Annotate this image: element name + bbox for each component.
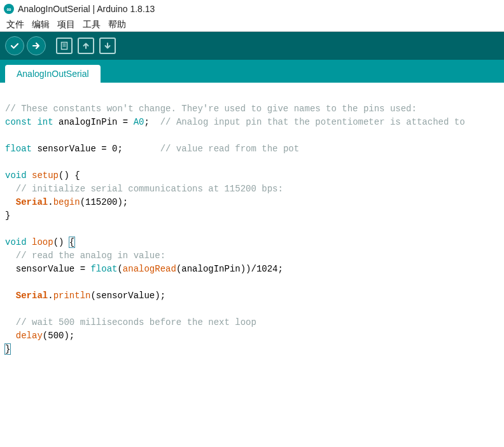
code-line	[5, 156, 499, 169]
code-line: // initialize serial communications at 1…	[5, 182, 499, 196]
tool-bar	[0, 32, 504, 60]
svg-rect-0	[62, 43, 67, 50]
menu-edit[interactable]: 编辑	[28, 19, 53, 31]
arrow-up-icon	[81, 41, 90, 50]
arrow-down-icon	[103, 41, 112, 50]
code-line: }	[5, 209, 499, 223]
menu-help[interactable]: 帮助	[104, 19, 130, 31]
upload-button[interactable]	[27, 36, 46, 55]
code-line: // These constants won't change. They're…	[5, 102, 499, 116]
code-line: // wait 500 milliseconds before the next…	[5, 316, 499, 329]
title-bar: ∞ AnalogInOutSerial | Arduino 1.8.13	[0, 0, 504, 18]
tab-bar: AnalogInOutSerial	[0, 60, 504, 83]
code-line: float sensorValue = 0; // value read fro…	[5, 142, 499, 156]
file-icon	[60, 41, 69, 50]
code-line	[5, 303, 499, 316]
code-line: delay(500);	[5, 329, 499, 343]
arduino-logo-icon: ∞	[4, 4, 14, 14]
code-editor[interactable]: // These constants won't change. They're…	[0, 83, 504, 445]
save-button[interactable]	[98, 36, 117, 55]
menu-bar: 文件 编辑 项目 工具 帮助	[0, 18, 504, 32]
sketch-tab[interactable]: AnalogInOutSerial	[5, 65, 101, 83]
code-line	[5, 223, 499, 236]
open-button[interactable]	[76, 36, 95, 55]
window-title: AnalogInOutSerial | Arduino 1.8.13	[18, 4, 155, 14]
code-line: void loop() {	[5, 236, 499, 249]
code-line	[5, 89, 499, 102]
code-line	[5, 276, 499, 289]
code-line: Serial.println(sensorValue);	[5, 289, 499, 303]
menu-sketch[interactable]: 项目	[53, 19, 79, 31]
menu-tools[interactable]: 工具	[79, 19, 104, 31]
code-line: Serial.begin(115200);	[5, 196, 499, 209]
code-line: // read the analog in value:	[5, 249, 499, 263]
code-line: void setup() {	[5, 169, 499, 182]
arrow-right-icon	[31, 41, 41, 51]
code-line: }	[5, 343, 499, 356]
code-line	[5, 129, 499, 142]
verify-button[interactable]	[5, 36, 24, 55]
code-line: const int analogInPin = A0; // Analog in…	[5, 116, 499, 129]
code-line: sensorValue = float(analogRead(analogInP…	[5, 263, 499, 276]
new-button[interactable]	[55, 36, 74, 55]
check-icon	[10, 41, 20, 51]
menu-file[interactable]: 文件	[3, 19, 28, 31]
